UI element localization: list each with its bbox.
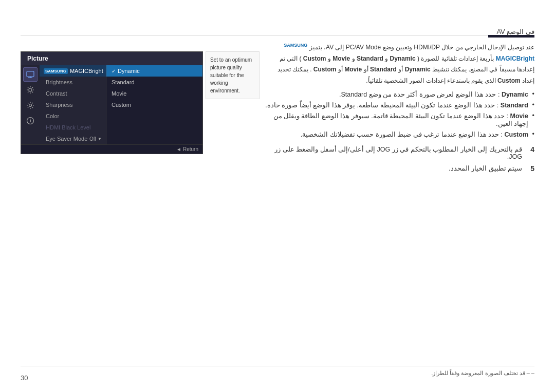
dynamic-option[interactable]: ✓ Dynamic [106,65,202,77]
menu-items-column: SAMSUNG MAGICBright Brightness Contrast … [40,65,106,144]
settings-menu-icon[interactable] [23,98,38,113]
sharpness-label: Sharpness [46,102,73,108]
bullet-dynamic: Dynamic : حدد هذا الوضع لعرض صورة أكثر ح… [265,90,534,98]
footnote-text: – قد تختلف الصورة المعروضة وفقاً للطراز. [431,370,530,376]
page-number: 30 [21,374,28,382]
bullet-movie-label: Movie [510,113,528,120]
av-heading-text: في الوضع AV [496,28,534,35]
monitor-display: Picture [21,51,203,154]
dynamic-bold2: Dynamic [405,66,431,73]
samsung-badge: SAMSUNG [44,68,68,74]
bullet-custom-text: : حدد هذا الوضع عندما ترغب في ضبط الصورة… [301,131,503,138]
brightness-item[interactable]: Brightness [40,77,106,88]
dynamic-option-label: Dynamic [118,68,140,74]
sub-options-column: ✓ Dynamic Standard Movie Custom [106,65,202,144]
custom-option[interactable]: Custom [106,99,202,110]
hdmi-black-level-item: HDMI Black Level [40,122,106,133]
step-4: 4 قم بالتحريك إلى الخيار المطلوب بالتحكم… [265,145,534,160]
svg-line-9 [32,92,33,93]
step-5: 5 سيتم تطبيق الخيار المحدد. [265,164,534,173]
return-button[interactable]: ◄ Return [176,146,198,152]
standard-option[interactable]: Standard [106,77,202,88]
intro-text-5: و [328,55,331,62]
intro-text-9: أو [337,66,343,73]
bullet-standard: Standard : حدد هذا الوضع عندما تكون البي… [265,101,534,109]
svg-point-12 [29,104,32,107]
down-arrow-icon: ▼ [98,137,102,141]
dynamic-bold: Dynamic [390,55,416,62]
picture-menu-icon[interactable] [23,67,38,82]
intro-text-7: أو [397,66,403,73]
standard-bold2: Standard [370,66,397,73]
top-divider [21,35,534,35]
movie-bold: Movie [332,55,350,62]
info-menu-icon[interactable] [23,114,38,128]
custom-bold2: Custom [313,66,337,73]
contrast-label: Contrast [46,90,67,97]
intro-text-11: الذي يقوم باستدعاء إعدادات الصور الشخصية… [366,77,495,84]
intro-text-3: و [385,55,388,62]
svg-line-8 [28,87,29,88]
main-content: في الوضع AV Picture [21,41,534,361]
movie-option[interactable]: Movie [106,88,202,99]
bullet-standard-text: : حدد هذا الوضع عندما تكون البيئة المحيط… [265,102,498,109]
svg-line-10 [32,87,33,88]
hdmi-black-level-label: HDMI Black Level [46,124,90,130]
menu-header: Picture [21,52,202,65]
av-heading: في الوضع AV [496,28,534,35]
step-4-number: 4 [525,145,534,154]
return-arrow-icon: ◄ [176,146,181,152]
custom-bold3: Custom [497,77,521,84]
eye-saver-mode-value: Off ▼ [89,136,102,142]
intro-paragraph: عند توصيل الإدخال الخارجي من خلال HDMI/D… [265,41,534,86]
info-panel: Set to an optimum picture quality suitab… [206,51,260,99]
color-label: Color [46,113,59,119]
bullet-standard-label: Standard [501,102,528,109]
menu-header-label: Picture [27,55,48,62]
footnote-dash: – [530,370,534,376]
svg-line-11 [28,92,29,93]
custom-bold: Custom [303,55,326,62]
bullet-movie-text: : حدد هذا الوضع عندما تكون البيئة المحيط… [273,113,529,127]
svg-rect-0 [27,71,34,77]
standard-option-label: Standard [112,79,135,85]
menu-bottom-bar: ◄ Return [21,144,202,154]
step-4-text: قم بالتحريك إلى الخيار المطلوب بالتحكم ف… [265,145,522,160]
custom-option-label: Custom [112,102,131,108]
brightness-label: Brightness [46,79,72,85]
color-item[interactable]: Color [40,110,106,122]
brightness-menu-icon[interactable] [23,83,38,97]
svg-point-15 [30,119,31,120]
contrast-item[interactable]: Contrast [40,88,106,99]
standard-bold: Standard [357,55,383,62]
intro-text-8: أو [362,66,368,73]
eye-saver-mode-label: Eye Saver Mode [46,136,87,142]
intro-text-2: بأربعة إعدادات تلقائية للصورة ( [417,55,494,62]
bullet-custom: Custom : حدد هذا الوضع عندما ترغب في ضبط… [265,130,534,138]
intro-text-4: و [352,55,355,62]
step-5-number: 5 [525,164,534,173]
samsung-magic-text: SAMSUNG [284,43,307,48]
bullet-dynamic-label: Dynamic [502,91,528,98]
movie-option-label: Movie [112,90,126,97]
step-5-text: سيتم تطبيق الخيار المحدد. [449,164,522,172]
icon-column [21,65,40,144]
return-label: Return [183,146,198,152]
arabic-content-section: عند توصيل الإدخال الخارجي من خلال HDMI/D… [265,41,534,173]
footnote: – – قد تختلف الصورة المعروضة وفقاً للطرا… [431,370,534,377]
bottom-divider [21,366,534,366]
magic-bright-text: MAGICBright [494,55,534,62]
svg-point-3 [29,88,32,91]
page-container: في الوضع AV Picture [0,0,555,392]
sharpness-item[interactable]: Sharpness [40,99,106,110]
magic-bright-label: MAGICBright [70,68,103,74]
bullet-movie: Movie : حدد هذا الوضع عندما تكون البيئة … [265,112,534,127]
bullet-list: Dynamic : حدد هذا الوضع لعرض صورة أكثر ح… [265,90,534,138]
magic-bright-item[interactable]: SAMSUNG MAGICBright [40,65,106,77]
eye-saver-mode-item[interactable]: Eye Saver Mode Off ▼ [40,133,106,144]
dynamic-check-icon: ✓ [112,68,116,74]
menu-body: SAMSUNG MAGICBright Brightness Contrast … [21,65,202,144]
intro-text-1: عند توصيل الإدخال الخارجي من خلال HDMI/D… [307,44,534,51]
bullet-dynamic-text: : حدد هذا الوضع لعرض صورة أكثر حدة من وض… [339,91,499,98]
movie-bold2: Movie [344,66,362,73]
